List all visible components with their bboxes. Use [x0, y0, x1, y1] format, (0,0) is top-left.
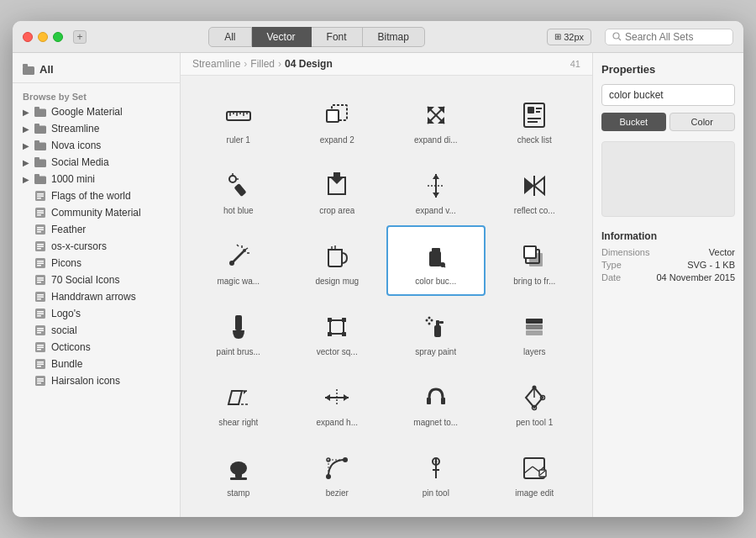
- app-window: + All Vector Font Bitmap ⊞ 32px: [13, 21, 743, 517]
- sidebar-item-picons[interactable]: ▶ Picons: [13, 255, 180, 272]
- breadcrumb: Streamline › Filled › 04 Design 41: [181, 53, 592, 76]
- icon-cell-expandh[interactable]: expand h...: [288, 367, 387, 438]
- svg-rect-21: [37, 214, 41, 216]
- checklist-icon: [517, 98, 551, 132]
- svg-marker-91: [433, 193, 439, 198]
- tab-font[interactable]: Font: [312, 27, 363, 47]
- icon-cell-bringtofr[interactable]: bring to fr...: [486, 225, 585, 296]
- sidebar-item-feather[interactable]: ▶ Feather: [13, 221, 180, 238]
- svg-rect-142: [235, 473, 242, 477]
- tag-bucket-button[interactable]: Bucket: [601, 113, 666, 131]
- icon-cell-magicwa[interactable]: magic wa...: [189, 225, 288, 296]
- size-picker[interactable]: ⊞ 32px: [547, 29, 591, 45]
- icon-cell-shearright[interactable]: shear right: [189, 367, 288, 438]
- svg-rect-53: [37, 349, 41, 351]
- icon-cell-spraypaint[interactable]: spray paint: [386, 296, 486, 367]
- svg-rect-3: [23, 64, 28, 67]
- icon-cell-colorbuc[interactable]: color buc...: [386, 225, 486, 296]
- icon-cell-bezier[interactable]: bezier: [288, 438, 387, 509]
- svg-rect-77: [524, 103, 544, 127]
- info-title: Information: [601, 230, 735, 242]
- file-icon: [34, 191, 46, 201]
- svg-rect-5: [34, 107, 39, 110]
- sidebar-item-social[interactable]: ▶ social: [13, 322, 180, 339]
- hotblue-icon: [222, 169, 255, 203]
- info-row-dimensions: Dimensions Vector: [601, 247, 735, 257]
- icon-cell-ruler1[interactable]: ruler 1: [189, 84, 288, 155]
- tab-bitmap[interactable]: Bitmap: [363, 27, 425, 47]
- sidebar-item-nova[interactable]: ▶ Nova icons: [13, 137, 180, 154]
- icon-name-field[interactable]: [601, 84, 735, 106]
- bezier-icon: [320, 451, 354, 485]
- svg-rect-113: [328, 318, 332, 322]
- tab-vector[interactable]: Vector: [252, 27, 312, 47]
- sidebar-all[interactable]: All: [13, 60, 180, 83]
- paintbrus-icon: [222, 310, 255, 344]
- tab-all[interactable]: All: [208, 27, 251, 47]
- sidebar-item-streamline[interactable]: ▶ Streamline: [13, 120, 180, 137]
- breadcrumb-arrow: ›: [244, 58, 247, 70]
- file-icon: [34, 325, 46, 335]
- icon-label: pin tool: [423, 488, 449, 498]
- tag-color-button[interactable]: Color: [669, 113, 736, 131]
- svg-point-97: [229, 261, 234, 266]
- icon-cell-pentool1[interactable]: pen tool 1: [486, 367, 585, 438]
- icon-cell-reflectco[interactable]: reflect co...: [486, 155, 585, 225]
- icon-cell-checklist[interactable]: check list: [486, 84, 585, 155]
- search-input[interactable]: [625, 31, 726, 43]
- sidebar-item-community[interactable]: ▶ Community Material: [13, 204, 180, 221]
- icon-cell-expand2[interactable]: expand 2: [288, 84, 387, 155]
- sidebar-item-social-media[interactable]: ▶ Social Media: [13, 154, 180, 171]
- sidebar-item-1000mini[interactable]: ▶ 1000 mini: [13, 171, 180, 187]
- icon-cell-paintbrus[interactable]: paint brus...: [189, 296, 288, 367]
- sidebar-item-google-material[interactable]: ▶ Google Material: [13, 103, 180, 120]
- svg-rect-31: [37, 261, 44, 262]
- icon-cell-pintool[interactable]: pin tool: [386, 438, 486, 509]
- shearright-icon: [222, 381, 255, 414]
- svg-marker-132: [325, 394, 330, 401]
- breadcrumb-streamline[interactable]: Streamline: [192, 58, 240, 70]
- svg-rect-7: [34, 124, 39, 127]
- icon-cell-expandv[interactable]: expand v...: [386, 155, 486, 225]
- sidebar-item-70social[interactable]: ▶ 70 Social Icons: [13, 272, 180, 288]
- sidebar-item-osx-cursors[interactable]: ▶ os-x-cursors: [13, 238, 180, 255]
- icon-cell-designmug[interactable]: design mug: [288, 225, 387, 296]
- sidebar-item-flags[interactable]: ▶ Flags of the world: [13, 187, 180, 204]
- icon-label: expand di...: [414, 135, 458, 145]
- add-tab-button[interactable]: +: [73, 30, 87, 44]
- svg-point-0: [613, 33, 619, 39]
- svg-marker-127: [228, 391, 242, 404]
- icon-cell-hotblue[interactable]: hot blue: [189, 155, 288, 225]
- close-button[interactable]: [23, 32, 33, 42]
- icon-cell-layers[interactable]: layers: [486, 296, 585, 367]
- expand-arrow: ▶: [23, 175, 29, 184]
- file-icon: [34, 208, 46, 218]
- svg-marker-90: [433, 174, 439, 179]
- sidebar-item-octicons[interactable]: ▶ Octicons: [13, 339, 180, 356]
- sidebar-item-label: social: [51, 324, 77, 336]
- maximize-button[interactable]: [53, 32, 63, 42]
- icon-cell-imageedit[interactable]: image edit: [486, 438, 585, 509]
- icon-label: paint brus...: [217, 347, 260, 356]
- folder-icon: [34, 157, 46, 167]
- info-label: Type: [601, 260, 622, 270]
- sidebar-item-handdrawn[interactable]: ▶ Handdrawn arrows: [13, 288, 180, 305]
- stamp-icon: [222, 451, 255, 485]
- icon-cell-expanddi[interactable]: expand di...: [386, 84, 486, 155]
- icon-cell-magnetto[interactable]: magnet to...: [386, 367, 486, 438]
- svg-point-102: [243, 249, 246, 252]
- svg-rect-57: [37, 366, 41, 367]
- icon-cell-vectorsq[interactable]: vector sq...: [288, 296, 387, 367]
- svg-rect-19: [37, 210, 44, 212]
- icon-cell-croparea[interactable]: crop area: [288, 155, 387, 225]
- sidebar-item-label: Logo's: [51, 308, 81, 319]
- icon-label: expand h...: [317, 418, 358, 427]
- folder-icon: [23, 64, 34, 75]
- sidebar-item-logos[interactable]: ▶ Logo's: [13, 305, 180, 322]
- icon-label: expand v...: [416, 206, 456, 215]
- sidebar-item-bundle[interactable]: ▶ Bundle: [13, 356, 180, 372]
- icon-cell-stamp[interactable]: stamp: [189, 438, 288, 509]
- sidebar-item-hairsalon[interactable]: ▶ Hairsalon icons: [13, 372, 180, 389]
- minimize-button[interactable]: [38, 32, 48, 42]
- breadcrumb-filled[interactable]: Filled: [250, 58, 275, 70]
